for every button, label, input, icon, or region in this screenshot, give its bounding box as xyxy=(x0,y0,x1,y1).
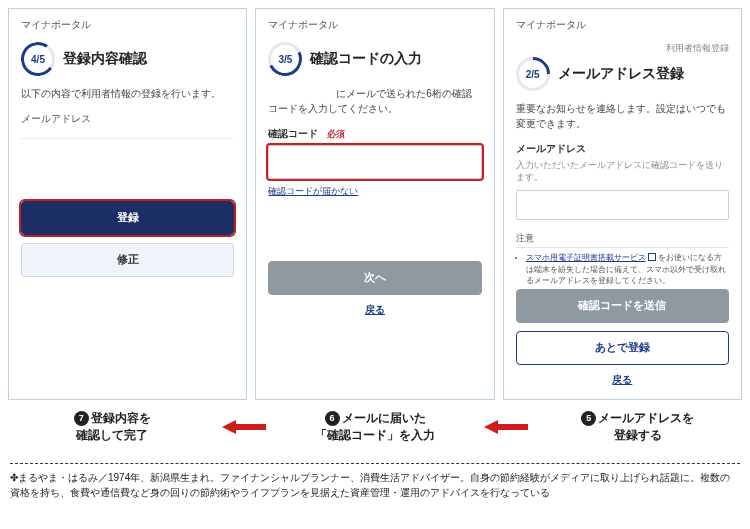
author-bio: ✤まるやま・はるみ／1974年、新潟県生まれ。ファイナンシャルプランナー、消費生… xyxy=(10,463,740,501)
arrow-left-icon xyxy=(221,420,267,434)
page-title: 確認コードの入力 xyxy=(310,50,422,68)
note-item: スマホ用電子証明書搭載サービス をお使いになる方は端末を紛失した場合に備えて、ス… xyxy=(526,252,729,287)
email-help: 入力いただいたメールアドレスに確認コードを送ります。 xyxy=(516,160,729,184)
captions-row: 7登録内容を 確認して完了 6メールに届いた 「確認コード」を入力 5メールアド… xyxy=(0,400,750,459)
bio-text: まるやま・はるみ／1974年、新潟県生まれ。ファイナンシャルプランナー、消費生活… xyxy=(10,472,730,499)
breadcrumb: 利用者情報登録 xyxy=(516,42,729,55)
code-not-received-link[interactable]: 確認コードが届かない xyxy=(268,185,481,198)
caption-5: 5メールアドレスを 登録する xyxy=(533,410,742,445)
svg-marker-1 xyxy=(484,420,528,434)
step-header: 2/5 メールアドレス登録 xyxy=(516,57,729,91)
page-title: メールアドレス登録 xyxy=(558,65,684,83)
step-badge-icon: 6 xyxy=(325,411,340,426)
step-badge-icon: 5 xyxy=(581,411,596,426)
app-title: マイナポータル xyxy=(516,19,729,32)
step-number: 3/5 xyxy=(268,42,302,76)
step-number: 4/5 xyxy=(21,42,55,76)
page-description: にメールで送られた6桁の確認コードを入力してください。 xyxy=(268,86,481,116)
progress-circle-icon: 4/5 xyxy=(21,42,55,76)
external-link-icon xyxy=(648,253,656,261)
step-number: 2/5 xyxy=(516,57,550,91)
back-link[interactable]: 戻る xyxy=(516,373,729,387)
later-button-label: あとで登録 xyxy=(595,340,650,355)
note-list: スマホ用電子証明書搭載サービス をお使いになる方は端末を紛失した場合に備えて、ス… xyxy=(516,252,729,289)
next-button-label: 次へ xyxy=(364,270,386,285)
send-code-button-label: 確認コードを送信 xyxy=(578,298,666,313)
svg-marker-0 xyxy=(222,420,266,434)
screen-confirm: マイナポータル 4/5 登録内容確認 以下の内容で利用者情報の登録を行います。 … xyxy=(8,8,247,400)
progress-circle-icon: 2/5 xyxy=(516,57,550,91)
step-header: 4/5 登録内容確認 xyxy=(21,42,234,76)
required-badge: 必須 xyxy=(327,129,345,139)
smartphone-cert-service-link[interactable]: スマホ用電子証明書搭載サービス xyxy=(526,253,646,262)
code-label: 確認コード 必須 xyxy=(268,128,481,141)
code-input[interactable] xyxy=(268,145,481,179)
page-title: 登録内容確認 xyxy=(63,50,147,68)
page-description: 以下の内容で利用者情報の登録を行います。 xyxy=(21,86,234,101)
register-button-label: 登録 xyxy=(117,210,139,225)
later-button[interactable]: あとで登録 xyxy=(516,331,729,365)
divider xyxy=(21,138,234,139)
email-input[interactable] xyxy=(516,190,729,220)
screen-code: マイナポータル 3/5 確認コードの入力 にメールで送られた6桁の確認コードを入… xyxy=(255,8,494,400)
register-button[interactable]: 登録 xyxy=(21,201,234,235)
app-title: マイナポータル xyxy=(21,19,234,32)
caption-6: 6メールに届いた 「確認コード」を入力 xyxy=(271,410,480,445)
step-badge-icon: 7 xyxy=(74,411,89,426)
back-link[interactable]: 戻る xyxy=(268,303,481,317)
step-header: 3/5 確認コードの入力 xyxy=(268,42,481,76)
progress-circle-icon: 3/5 xyxy=(268,42,302,76)
screen-email: マイナポータル 利用者情報登録 2/5 メールアドレス登録 重要なお知らせを連絡… xyxy=(503,8,742,400)
send-code-button[interactable]: 確認コードを送信 xyxy=(516,289,729,323)
app-title: マイナポータル xyxy=(268,19,481,32)
next-button[interactable]: 次へ xyxy=(268,261,481,295)
arrow-left-icon xyxy=(483,420,529,434)
caption-7: 7登録内容を 確認して完了 xyxy=(8,410,217,445)
fix-button-label: 修正 xyxy=(117,252,139,267)
page-description: 重要なお知らせを連絡します。設定はいつでも変更できます。 xyxy=(516,101,729,131)
note-title: 注意 xyxy=(516,232,729,248)
screens-row: マイナポータル 4/5 登録内容確認 以下の内容で利用者情報の登録を行います。 … xyxy=(0,0,750,400)
fix-button[interactable]: 修正 xyxy=(21,243,234,277)
email-label: メールアドレス xyxy=(516,143,729,156)
diamond-bullet-icon: ✤ xyxy=(10,472,18,483)
email-label: メールアドレス xyxy=(21,113,234,126)
